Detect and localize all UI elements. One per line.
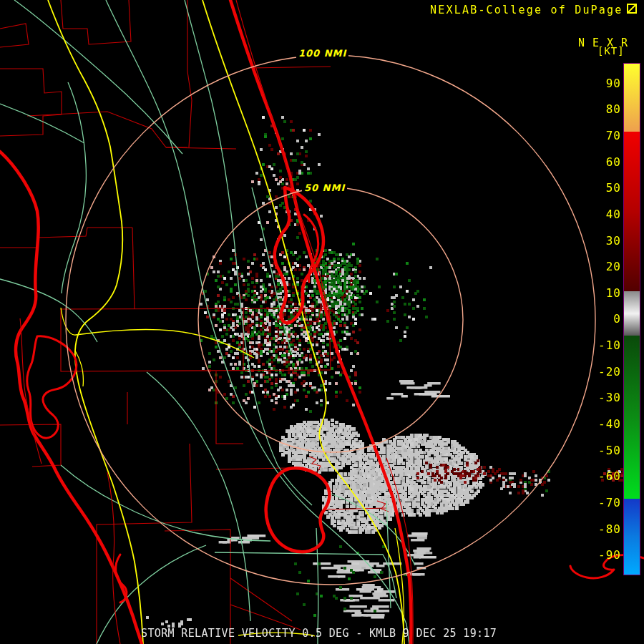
colorbar-units-label: [KT]: [597, 45, 625, 57]
colorbar-tick-label: -90: [588, 549, 621, 562]
colorbar-tick-label: -20: [588, 366, 621, 379]
colorbar-tick-label: 0: [588, 313, 621, 326]
cod-box-diagonal-icon: [627, 4, 637, 14]
gulf-coastline: [0, 152, 142, 644]
rivers: [0, 0, 415, 644]
colorbar-tick-label: 60: [588, 156, 621, 169]
colorbar-tick-label: 40: [588, 208, 621, 221]
colorbar-tick-label: -70: [588, 497, 621, 509]
highway-i4: [76, 329, 254, 358]
east-coastline: [230, 0, 411, 644]
colorbar-tick-label: -60: [588, 470, 621, 483]
colorbar-tick-label: 80: [588, 103, 621, 116]
tampa-bay: [27, 336, 77, 438]
colorbar-tick-label: 30: [588, 235, 621, 248]
colorbar-tick-label: 20: [588, 260, 621, 273]
product-title: STORM RELATIVE VELOCITY 0.5 DEG - KMLB 9…: [141, 627, 497, 640]
highway-i95: [203, 0, 404, 644]
radar-display: NEXLAB-College of DuPage NEXR [KT] 90807…: [0, 0, 644, 644]
range-ring-label-50nmi: 50 NMI: [302, 182, 347, 193]
brand-text: NEXLAB-College of DuPage: [430, 4, 623, 16]
colorbar-tick-label: -40: [588, 418, 621, 431]
colorbar-tick-label: -50: [588, 444, 621, 457]
colorbar-tick-label: -10: [588, 339, 621, 352]
basemap-layer: [0, 0, 644, 644]
coastal-detail-lines: [20, 0, 413, 644]
colorbar-tick-label: 70: [588, 130, 621, 142]
range-ring-label-100nmi: 100 NMI: [296, 48, 348, 59]
colorbar-tick-label: 90: [588, 77, 621, 90]
colorbar-tick-label: 50: [588, 182, 621, 195]
colorbar-tick-label: -30: [588, 391, 621, 404]
velocity-colorbar: [623, 63, 640, 575]
colorbar-tick-label: -80: [588, 523, 621, 536]
colorbar-tick-label: 10: [588, 287, 621, 300]
lake-okeechobee: [266, 468, 330, 552]
